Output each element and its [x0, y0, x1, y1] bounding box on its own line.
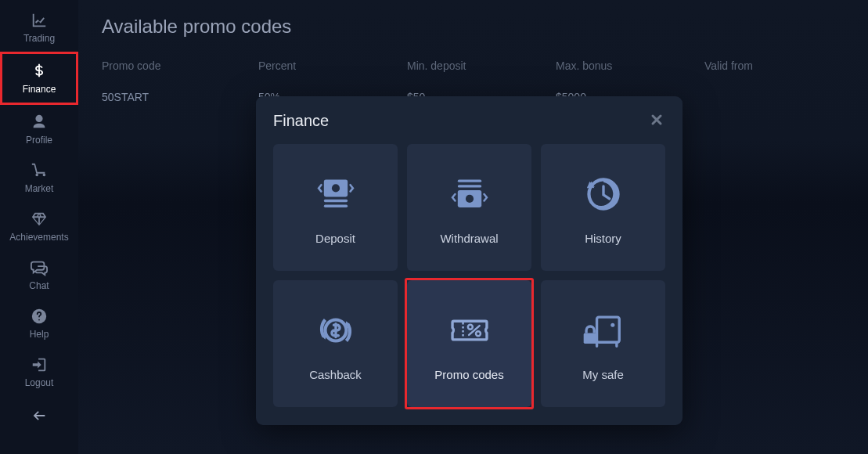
col-percent: Percent: [258, 59, 407, 72]
safe-icon: [582, 307, 625, 354]
sidebar-item-label: Trading: [23, 33, 55, 44]
sidebar-item-label: Profile: [26, 135, 52, 146]
sidebar-item-label: Finance: [23, 84, 56, 95]
sidebar-item-label: Market: [25, 183, 54, 194]
modal-header: Finance: [273, 112, 665, 130]
sidebar-item-label: Logout: [25, 377, 54, 388]
svg-rect-5: [457, 179, 481, 182]
user-icon: [31, 113, 48, 132]
sidebar-item-trading[interactable]: Trading: [0, 3, 78, 52]
tile-cashback[interactable]: Cashback: [273, 280, 398, 407]
svg-rect-6: [457, 185, 481, 187]
help-icon: [31, 307, 48, 326]
col-min-deposit: Min. deposit: [407, 59, 556, 72]
col-valid-from: Valid from: [704, 59, 845, 72]
sidebar-item-label: Help: [30, 329, 49, 340]
close-button[interactable]: [648, 113, 665, 130]
tile-label: Deposit: [315, 232, 355, 245]
tile-deposit[interactable]: Deposit: [273, 144, 398, 271]
tile-label: Withdrawal: [440, 232, 498, 245]
svg-point-11: [467, 324, 472, 329]
tile-label: History: [585, 232, 621, 245]
sidebar-item-chat[interactable]: Chat: [0, 250, 78, 299]
arrow-left-icon: [31, 407, 48, 427]
withdrawal-icon: [448, 171, 491, 218]
history-icon: [582, 171, 625, 218]
tile-label: Cashback: [309, 368, 362, 381]
tile-my-safe[interactable]: My safe: [541, 280, 665, 407]
svg-rect-3: [323, 204, 347, 207]
cell-code: 50START: [102, 91, 258, 103]
cashback-icon: [315, 307, 357, 354]
sidebar-item-achievements[interactable]: Achievements: [0, 202, 78, 250]
svg-point-12: [476, 331, 481, 336]
tile-history[interactable]: History: [541, 144, 665, 271]
modal-title: Finance: [273, 112, 329, 130]
chat-icon: [31, 258, 48, 277]
svg-rect-2: [323, 199, 347, 201]
modal-grid: Deposit Withdrawal: [273, 144, 665, 407]
sidebar-item-logout[interactable]: Logout: [0, 348, 78, 396]
page-title: Available promo codes: [102, 16, 845, 38]
svg-point-4: [331, 184, 339, 192]
close-icon: [650, 114, 663, 129]
finance-modal: Finance Deposit: [256, 96, 683, 425]
svg-rect-13: [596, 317, 619, 342]
chart-line-icon: [31, 11, 48, 30]
sidebar-item-label: Achievements: [9, 232, 68, 243]
col-promo-code: Promo code: [102, 59, 258, 72]
cell-valid-from: [704, 91, 845, 103]
tile-label: Promo codes: [434, 368, 503, 381]
sidebar-item-market[interactable]: Market: [0, 153, 78, 202]
table-header: Promo code Percent Min. deposit Max. bon…: [102, 59, 845, 83]
tile-withdrawal[interactable]: Withdrawal: [407, 144, 531, 271]
sidebar-item-help[interactable]: Help: [0, 299, 78, 348]
sidebar-item-finance[interactable]: Finance: [0, 52, 78, 105]
col-max-bonus: Max. bonus: [556, 59, 704, 72]
dollar-icon: [31, 62, 48, 81]
diamond-icon: [31, 210, 48, 229]
tile-label: My safe: [582, 368, 624, 381]
deposit-icon: [315, 171, 357, 218]
sidebar-collapse-button[interactable]: [0, 396, 78, 438]
svg-point-14: [610, 322, 614, 326]
sidebar-item-profile[interactable]: Profile: [0, 105, 78, 153]
sidebar: Trading Finance Profile Market Achieveme…: [0, 0, 78, 454]
svg-point-8: [465, 194, 473, 202]
promo-icon: [448, 307, 491, 354]
logout-icon: [31, 355, 48, 374]
cart-icon: [31, 161, 48, 180]
svg-rect-15: [583, 333, 596, 344]
sidebar-item-label: Chat: [29, 280, 49, 291]
tile-promo-codes[interactable]: Promo codes: [407, 280, 531, 407]
